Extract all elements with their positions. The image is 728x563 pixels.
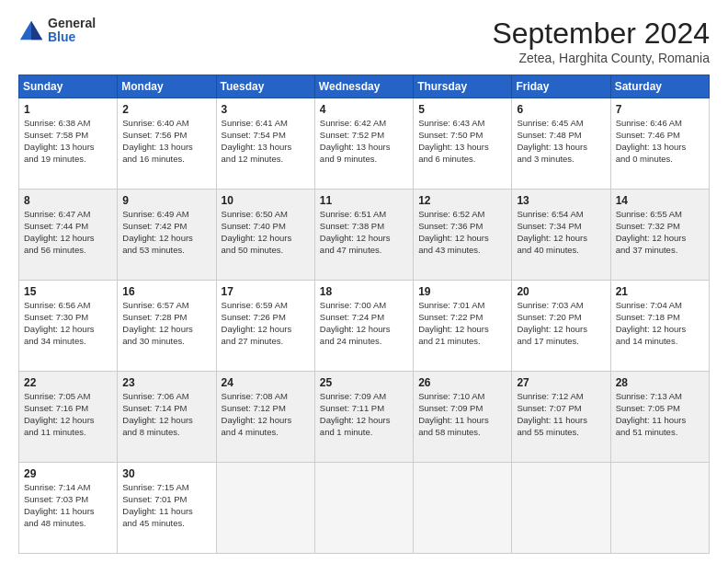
table-row: 17Sunrise: 6:59 AMSunset: 7:26 PMDayligh… bbox=[216, 281, 314, 372]
table-row: 12Sunrise: 6:52 AMSunset: 7:36 PMDayligh… bbox=[414, 190, 512, 281]
day-number: 2 bbox=[122, 102, 210, 117]
day-number: 3 bbox=[222, 102, 310, 117]
table-row: 15Sunrise: 6:56 AMSunset: 7:30 PMDayligh… bbox=[19, 281, 118, 372]
table-row: 26Sunrise: 7:10 AMSunset: 7:09 PMDayligh… bbox=[414, 372, 512, 463]
table-row bbox=[610, 463, 709, 554]
month-title: September 2024 bbox=[492, 17, 710, 51]
table-row: 27Sunrise: 7:12 AMSunset: 7:07 PMDayligh… bbox=[512, 372, 610, 463]
table-row bbox=[414, 463, 512, 554]
table-row: 3Sunrise: 6:41 AMSunset: 7:54 PMDaylight… bbox=[216, 98, 314, 190]
col-monday: Monday bbox=[118, 75, 216, 98]
table-row: 8Sunrise: 6:47 AMSunset: 7:44 PMDaylight… bbox=[19, 190, 118, 281]
day-number: 20 bbox=[517, 284, 605, 299]
logo: General Blue bbox=[18, 17, 96, 45]
table-row: 21Sunrise: 7:04 AMSunset: 7:18 PMDayligh… bbox=[610, 281, 709, 372]
calendar-week-row: 1Sunrise: 6:38 AMSunset: 7:58 PMDaylight… bbox=[19, 98, 710, 190]
day-number: 23 bbox=[122, 375, 210, 390]
title-block: September 2024 Zetea, Harghita County, R… bbox=[492, 17, 710, 65]
day-number: 6 bbox=[517, 102, 605, 117]
day-number: 25 bbox=[320, 375, 408, 390]
table-row: 29Sunrise: 7:14 AMSunset: 7:03 PMDayligh… bbox=[19, 463, 118, 554]
header: General Blue September 2024 Zetea, Hargh… bbox=[18, 17, 710, 65]
calendar-week-row: 15Sunrise: 6:56 AMSunset: 7:30 PMDayligh… bbox=[19, 281, 710, 372]
logo-blue-text: Blue bbox=[48, 30, 96, 44]
day-number: 1 bbox=[24, 102, 112, 117]
day-number: 16 bbox=[122, 284, 210, 299]
table-row: 7Sunrise: 6:46 AMSunset: 7:46 PMDaylight… bbox=[610, 98, 709, 190]
day-number: 5 bbox=[418, 102, 506, 117]
day-number: 28 bbox=[616, 375, 704, 390]
day-number: 22 bbox=[24, 375, 112, 390]
day-number: 14 bbox=[616, 193, 704, 208]
day-number: 17 bbox=[222, 284, 310, 299]
day-number: 10 bbox=[222, 193, 310, 208]
table-row: 18Sunrise: 7:00 AMSunset: 7:24 PMDayligh… bbox=[314, 281, 413, 372]
day-number: 19 bbox=[418, 284, 506, 299]
logo-icon bbox=[18, 17, 44, 43]
day-number: 24 bbox=[222, 375, 310, 390]
day-number: 13 bbox=[517, 193, 605, 208]
day-number: 18 bbox=[320, 284, 408, 299]
table-row: 6Sunrise: 6:45 AMSunset: 7:48 PMDaylight… bbox=[512, 98, 610, 190]
day-number: 12 bbox=[418, 193, 506, 208]
col-sunday: Sunday bbox=[19, 75, 118, 98]
location-subtitle: Zetea, Harghita County, Romania bbox=[492, 51, 710, 65]
col-tuesday: Tuesday bbox=[216, 75, 314, 98]
logo-general-text: General bbox=[48, 17, 96, 30]
calendar-week-row: 29Sunrise: 7:14 AMSunset: 7:03 PMDayligh… bbox=[19, 463, 710, 554]
logo-text: General Blue bbox=[48, 17, 96, 45]
table-row: 5Sunrise: 6:43 AMSunset: 7:50 PMDaylight… bbox=[414, 98, 512, 190]
table-row: 24Sunrise: 7:08 AMSunset: 7:12 PMDayligh… bbox=[216, 372, 314, 463]
table-row: 25Sunrise: 7:09 AMSunset: 7:11 PMDayligh… bbox=[314, 372, 413, 463]
table-row: 14Sunrise: 6:55 AMSunset: 7:32 PMDayligh… bbox=[610, 190, 709, 281]
table-row: 20Sunrise: 7:03 AMSunset: 7:20 PMDayligh… bbox=[512, 281, 610, 372]
day-number: 26 bbox=[418, 375, 506, 390]
col-thursday: Thursday bbox=[414, 75, 512, 98]
calendar-table: Sunday Monday Tuesday Wednesday Thursday… bbox=[18, 75, 710, 554]
calendar-week-row: 22Sunrise: 7:05 AMSunset: 7:16 PMDayligh… bbox=[19, 372, 710, 463]
table-row: 9Sunrise: 6:49 AMSunset: 7:42 PMDaylight… bbox=[118, 190, 216, 281]
page: General Blue September 2024 Zetea, Hargh… bbox=[0, 0, 728, 563]
table-row: 22Sunrise: 7:05 AMSunset: 7:16 PMDayligh… bbox=[19, 372, 118, 463]
day-number: 4 bbox=[320, 102, 408, 117]
table-row: 30Sunrise: 7:15 AMSunset: 7:01 PMDayligh… bbox=[118, 463, 216, 554]
table-row bbox=[314, 463, 413, 554]
day-number: 7 bbox=[616, 102, 704, 117]
day-number: 9 bbox=[122, 193, 210, 208]
table-row: 13Sunrise: 6:54 AMSunset: 7:34 PMDayligh… bbox=[512, 190, 610, 281]
table-row: 28Sunrise: 7:13 AMSunset: 7:05 PMDayligh… bbox=[610, 372, 709, 463]
day-number: 15 bbox=[24, 284, 112, 299]
day-number: 11 bbox=[320, 193, 408, 208]
table-row: 2Sunrise: 6:40 AMSunset: 7:56 PMDaylight… bbox=[118, 98, 216, 190]
table-row bbox=[512, 463, 610, 554]
table-row: 4Sunrise: 6:42 AMSunset: 7:52 PMDaylight… bbox=[314, 98, 413, 190]
table-row: 11Sunrise: 6:51 AMSunset: 7:38 PMDayligh… bbox=[314, 190, 413, 281]
day-number: 30 bbox=[122, 466, 210, 481]
table-row: 19Sunrise: 7:01 AMSunset: 7:22 PMDayligh… bbox=[414, 281, 512, 372]
calendar-week-row: 8Sunrise: 6:47 AMSunset: 7:44 PMDaylight… bbox=[19, 190, 710, 281]
svg-marker-1 bbox=[31, 21, 42, 40]
table-row: 10Sunrise: 6:50 AMSunset: 7:40 PMDayligh… bbox=[216, 190, 314, 281]
table-row: 16Sunrise: 6:57 AMSunset: 7:28 PMDayligh… bbox=[118, 281, 216, 372]
day-number: 21 bbox=[616, 284, 704, 299]
day-number: 27 bbox=[517, 375, 605, 390]
day-number: 29 bbox=[24, 466, 112, 481]
col-wednesday: Wednesday bbox=[314, 75, 413, 98]
col-saturday: Saturday bbox=[610, 75, 709, 98]
table-row: 23Sunrise: 7:06 AMSunset: 7:14 PMDayligh… bbox=[118, 372, 216, 463]
table-row: 1Sunrise: 6:38 AMSunset: 7:58 PMDaylight… bbox=[19, 98, 118, 190]
day-number: 8 bbox=[24, 193, 112, 208]
table-row bbox=[216, 463, 314, 554]
col-friday: Friday bbox=[512, 75, 610, 98]
header-row: Sunday Monday Tuesday Wednesday Thursday… bbox=[19, 75, 710, 98]
